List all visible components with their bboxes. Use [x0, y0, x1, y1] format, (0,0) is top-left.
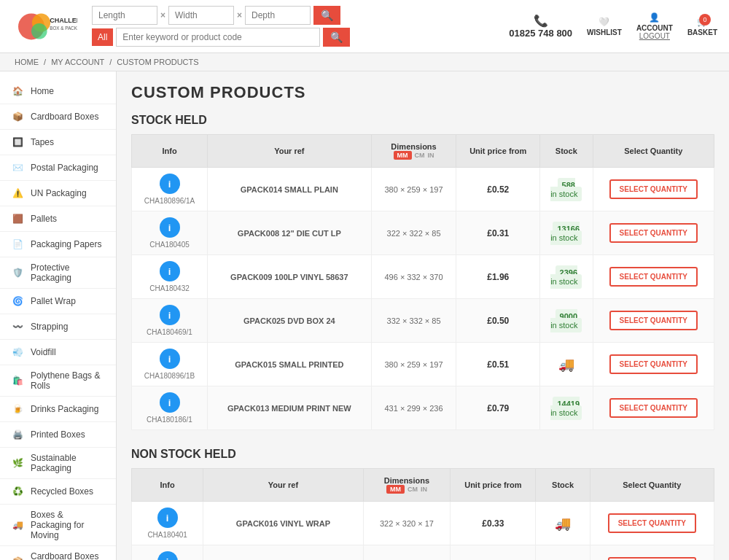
sidebar-label-postal-packaging: Postal Packaging [31, 163, 98, 173]
sidebar-item-voidfill[interactable]: 💨 Voidfill [0, 340, 116, 365]
ref-name-cell: GPACK015 SMALL PRINTED [208, 343, 372, 386]
select-qty-cell: SELECT QUANTITY [593, 343, 714, 386]
dims-cell: 264 × 125 × 142 [363, 545, 451, 561]
sidebar-item-boxes-moving[interactable]: 🚚 Boxes & Packaging for Moving [0, 505, 116, 546]
sidebar-item-un-packaging[interactable]: ⚠️ UN Packaging [0, 181, 116, 206]
sidebar-item-postal-packaging[interactable]: ✉️ Postal Packaging [0, 155, 116, 181]
price-value: £0.79 [487, 403, 509, 413]
col-stock: Stock [540, 135, 593, 168]
info-button[interactable]: i [160, 349, 180, 369]
category-dropdown[interactable]: All [92, 28, 113, 46]
dimensions-text: 322 × 320 × 17 [380, 519, 434, 528]
dims-cell: 431 × 299 × 236 [371, 386, 456, 430]
sidebar-item-sustainable[interactable]: 🌿 Sustainable Packaging [0, 448, 116, 479]
select-quantity-button[interactable]: SELECT QUANTITY [609, 179, 698, 199]
sidebar-item-pallet-wrap[interactable]: 🌀 Pallet Wrap [0, 289, 116, 314]
dimensions-text: 332 × 332 × 85 [387, 316, 441, 325]
ref-code: CHA180896/1A [138, 197, 201, 205]
sidebar-item-protective-packaging[interactable]: 🛡️ Protective Packaging [0, 257, 116, 289]
select-qty-cell: SELECT QUANTITY [593, 386, 714, 430]
info-button[interactable]: i [160, 261, 180, 281]
select-quantity-button[interactable]: SELECT QUANTITY [609, 223, 698, 243]
sidebar-item-tapes[interactable]: 🔲 Tapes [0, 130, 116, 155]
basket-count-badge: 0 [699, 14, 711, 26]
col-your-ref: Your ref [208, 135, 372, 168]
info-button[interactable]: i [160, 392, 180, 413]
stock-cell: 🚚 [540, 343, 593, 386]
ref-name-cell: GPACK008 12" DIE CUT LP [208, 211, 372, 255]
col-info: Info [132, 135, 208, 168]
basket-icon-group[interactable]: 🛒 0 BASKET [687, 17, 717, 36]
info-button[interactable]: i [157, 551, 178, 560]
sidebar-item-home[interactable]: 🏠 Home [0, 79, 116, 104]
stock-cell: 2396in stock [540, 255, 593, 299]
sidebar-icon-packaging-papers: 📄 [10, 237, 25, 252]
sidebar-item-drinks-packaging[interactable]: 🍺 Drinks Packaging [0, 397, 116, 422]
breadcrumb-home[interactable]: HOME [15, 58, 39, 66]
ref-code: CHA180469/1 [138, 328, 201, 336]
dimensions-text: 496 × 332 × 370 [384, 273, 443, 281]
price-cell: £0.51 [456, 343, 540, 386]
dim-mm-badge: MM [394, 151, 412, 160]
sidebar-label-polythene-bags: Polythene Bags & Rolls [31, 370, 106, 391]
sidebar-label-home: Home [31, 86, 54, 96]
product-ref-name: GPACK013 MEDIUM PRINT NEW [227, 404, 351, 413]
sidebar: 🏠 Home 📦 Cardboard Boxes 🔲 Tapes ✉️ Post… [0, 71, 117, 560]
info-button[interactable]: i [160, 217, 180, 238]
sidebar-icon-boxes-moving: 🚚 [10, 518, 25, 532]
select-quantity-button[interactable]: SELECT QUANTITY [608, 513, 696, 533]
breadcrumb: HOME / MY ACCOUNT / CUSTOM PRODUCTS [0, 53, 729, 71]
sidebar-icon-postal-packaging: ✉️ [10, 160, 25, 175]
breadcrumb-sep2: / [109, 58, 112, 66]
length-input[interactable] [92, 6, 157, 25]
sidebar-item-cardboard-boxes[interactable]: 📦 Cardboard Boxes [0, 104, 116, 130]
sidebar-item-recycled-boxes[interactable]: ♻️ Recycled Boxes [0, 479, 116, 505]
select-quantity-button[interactable]: SELECT QUANTITY [609, 398, 698, 418]
dimensions-text: 431 × 299 × 236 [384, 404, 443, 413]
sidebar-label-packaging-papers: Packaging Papers [31, 239, 101, 249]
stock-cell: 🚚 [536, 502, 590, 545]
info-button[interactable]: i [160, 305, 180, 325]
price-value: £0.50 [487, 316, 509, 326]
ref-name-cell: GPACK001 CD25 TRAY 58628 [203, 545, 363, 561]
info-button[interactable]: i [157, 508, 178, 528]
sidebar-item-polythene-bags[interactable]: 🛍️ Polythene Bags & Rolls [0, 365, 116, 397]
delivery-truck-icon: 🚚 [555, 516, 571, 531]
price-value: £0.31 [487, 228, 509, 238]
wishlist-icon-group[interactable]: 🤍 WISHLIST [587, 17, 622, 36]
col-your-ref-ns: Your ref [203, 469, 363, 502]
sidebar-item-cardboard-lids[interactable]: 📦 Cardboard Boxes With Lids [0, 546, 116, 560]
select-quantity-button[interactable]: SELECT QUANTITY [609, 311, 698, 330]
account-icon-group[interactable]: 👤 ACCOUNT LOGOUT [636, 12, 673, 40]
info-cell: i CHA180403 [132, 545, 203, 561]
sidebar-item-printed-boxes[interactable]: 🖨️ Printed Boxes [0, 422, 116, 448]
dims-cell: 322 × 320 × 17 [363, 502, 451, 545]
info-cell: i CHA180896/1B [132, 343, 208, 386]
svg-point-2 [31, 23, 47, 39]
dims-cell: 496 × 332 × 370 [371, 255, 456, 299]
select-quantity-button[interactable]: SELECT QUANTITY [609, 354, 698, 374]
info-button[interactable]: i [160, 174, 180, 194]
sidebar-icon-home: 🏠 [10, 84, 25, 98]
keyword-input[interactable] [116, 28, 320, 47]
stock-badge: 13166in stock [550, 222, 582, 245]
col-dimensions-ns: Dimensions MM CM IN [363, 469, 451, 502]
select-quantity-button[interactable]: SELECT QUANTITY [608, 557, 696, 560]
page-title: CUSTOM PRODUCTS [131, 83, 714, 102]
select-quantity-button[interactable]: SELECT QUANTITY [609, 267, 698, 287]
sidebar-item-strapping[interactable]: 〰️ Strapping [0, 314, 116, 340]
breadcrumb-my-account[interactable]: MY ACCOUNT [51, 58, 104, 66]
width-input[interactable] [168, 6, 234, 25]
stock-held-header-row: Info Your ref Dimensions MM CM IN Unit p… [132, 135, 714, 168]
stock-cell: 9000in stock [540, 299, 593, 343]
dim-search-button[interactable]: 🔍 [313, 6, 340, 25]
sidebar-item-packaging-papers[interactable]: 📄 Packaging Papers [0, 232, 116, 257]
depth-input[interactable] [245, 6, 311, 25]
info-cell: i CHA180405 [132, 211, 208, 255]
stock-held-title: STOCK HELD [131, 114, 714, 127]
col-select-qty-ns: Select Quantity [590, 469, 714, 502]
sidebar-item-pallets[interactable]: 🟫 Pallets [0, 206, 116, 232]
keyword-search-button[interactable]: 🔍 [323, 28, 350, 47]
logo-area: CHALLENGE BOX & PACKAGING [12, 8, 77, 44]
logout-button[interactable]: LOGOUT [639, 32, 670, 40]
